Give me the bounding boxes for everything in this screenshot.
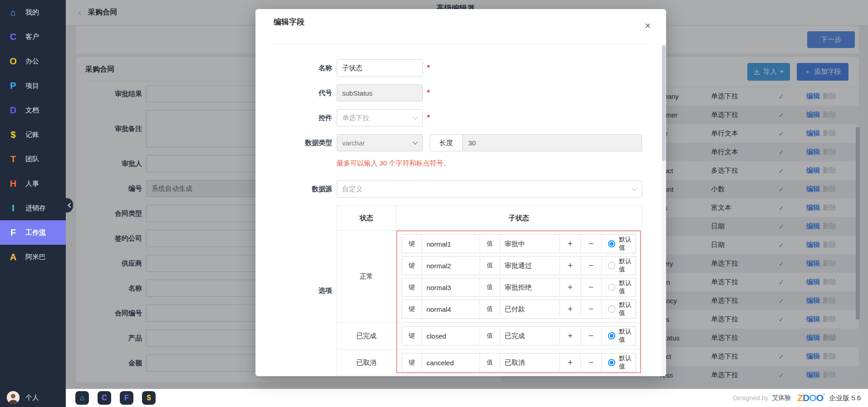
team-icon: T: [7, 154, 20, 165]
key-input[interactable]: [422, 262, 480, 270]
state-cell: 正常: [337, 231, 396, 322]
cash-icon: $: [7, 130, 20, 140]
required-asterisk: *: [427, 89, 430, 97]
key-input[interactable]: [422, 305, 480, 313]
control-label: 控件: [274, 114, 332, 122]
modal-scrollbar[interactable]: [662, 45, 666, 161]
options-table-header: 状态 子状态: [337, 206, 642, 231]
control-field-row: 控件 单选下拉 *: [274, 109, 642, 126]
remove-option-button[interactable]: −: [581, 300, 602, 318]
key-input[interactable]: [422, 240, 480, 248]
add-option-button[interactable]: +: [560, 327, 581, 345]
option-rows: 键 值: [396, 323, 642, 349]
name-input[interactable]: [337, 59, 423, 77]
sidebar-item[interactable]: D 文档: [0, 98, 66, 122]
default-radio-label: 默认值: [619, 236, 636, 252]
key-label: 键: [402, 278, 422, 296]
default-radio[interactable]: [608, 284, 615, 291]
sidebar-item[interactable]: C 客户: [0, 24, 66, 49]
default-radio[interactable]: [608, 240, 615, 247]
brand-name: 艾体验: [772, 394, 791, 402]
default-radio[interactable]: [608, 332, 615, 339]
sidebar-item-label: 项目: [25, 82, 39, 90]
sidebar-items: ⌂ 我的 C 客户 O 办公 P 项目: [0, 0, 66, 269]
code-label: 代号: [274, 89, 332, 97]
remove-option-button[interactable]: −: [581, 327, 602, 345]
default-radio-cell: 默认值: [602, 257, 636, 275]
remove-option-button[interactable]: −: [581, 235, 602, 253]
close-icon[interactable]: ×: [645, 21, 651, 31]
status-column-header: 状态: [337, 206, 396, 230]
options-table: 状态 子状态 正常: [337, 205, 642, 376]
key-label: 键: [402, 257, 422, 275]
sidebar-item-label: 文档: [25, 106, 39, 115]
sidebar-item[interactable]: O 办公: [0, 49, 66, 73]
remove-option-button[interactable]: −: [581, 354, 602, 372]
sidebar-item[interactable]: A 阿米巴: [0, 245, 66, 269]
value-label: 值: [480, 235, 500, 253]
footer-branding: Designed by 艾体验 ZDOO ° 企业版 5.6: [733, 392, 861, 403]
option-row: 键 值: [402, 256, 636, 275]
sidebar-item[interactable]: P 项目: [0, 73, 66, 98]
value-input[interactable]: [500, 359, 559, 367]
document-icon: D: [7, 105, 20, 116]
default-radio[interactable]: [608, 305, 615, 313]
value-input[interactable]: [500, 262, 559, 270]
sidebar-item[interactable]: $ 记账: [0, 122, 66, 147]
state-cell: 已取消: [337, 349, 396, 376]
amoeba-icon: A: [7, 252, 20, 262]
name-field-row: 名称 *: [274, 59, 642, 77]
value-input[interactable]: [500, 284, 559, 291]
key-input[interactable]: [422, 359, 480, 367]
key-input[interactable]: [422, 284, 480, 291]
datasource-select[interactable]: 自定义: [337, 180, 642, 198]
default-radio-cell: 默认值: [602, 354, 636, 372]
add-option-button[interactable]: +: [560, 278, 581, 296]
default-radio-label: 默认值: [619, 257, 636, 274]
length-input[interactable]: [463, 135, 642, 151]
option-row: 键 值: [402, 234, 636, 253]
key-input-cell: [422, 327, 480, 345]
option-row: 键 值: [402, 300, 636, 319]
value-label: 值: [480, 300, 500, 318]
datatype-select[interactable]: varchar: [337, 134, 423, 151]
key-label: 键: [402, 235, 422, 253]
app-sidebar: ⌂ 我的 C 客户 O 办公 P 项目: [0, 0, 66, 407]
add-option-button[interactable]: +: [560, 354, 581, 372]
remove-option-button[interactable]: −: [581, 278, 602, 296]
sidebar-item-label: 我的: [25, 8, 39, 17]
control-select[interactable]: 单选下拉: [337, 109, 423, 126]
sidebar-item-label: 客户: [25, 33, 39, 41]
taskbar-app-button[interactable]: $: [142, 391, 156, 405]
value-input[interactable]: [500, 332, 559, 340]
sidebar-item[interactable]: H 人事: [0, 171, 66, 196]
sidebar-item[interactable]: F 工作流: [0, 220, 66, 245]
taskbar-app-button[interactable]: F: [120, 391, 133, 405]
value-input[interactable]: [500, 305, 559, 313]
value-input[interactable]: [500, 240, 559, 248]
add-option-button[interactable]: +: [560, 257, 581, 275]
profile-label: 个人: [25, 393, 39, 402]
value-input-cell: [500, 354, 560, 372]
logo-letter: O: [809, 392, 816, 403]
sidebar-item[interactable]: I 进销存: [0, 196, 66, 220]
taskbar-app-button[interactable]: C: [98, 391, 111, 405]
taskbar-app-button[interactable]: ⌂: [75, 391, 89, 405]
default-radio[interactable]: [608, 359, 615, 366]
remove-option-button[interactable]: −: [581, 257, 602, 275]
add-option-button[interactable]: +: [560, 300, 581, 318]
customer-icon: C: [102, 394, 107, 402]
sidebar-item[interactable]: T 团队: [0, 147, 66, 171]
key-label: 键: [402, 327, 422, 345]
sidebar-item-label: 办公: [25, 57, 39, 66]
key-input-cell: [422, 354, 480, 372]
code-field-row: 代号 *: [274, 84, 642, 102]
add-option-button[interactable]: +: [560, 235, 581, 253]
value-label: 值: [480, 257, 500, 275]
sidebar-profile[interactable]: 个人: [7, 391, 39, 404]
length-input-group: 长度: [430, 134, 642, 151]
sidebar-item[interactable]: ⌂ 我的: [0, 0, 66, 24]
default-radio[interactable]: [608, 262, 615, 269]
key-input[interactable]: [422, 332, 480, 340]
key-label: 键: [402, 300, 422, 318]
